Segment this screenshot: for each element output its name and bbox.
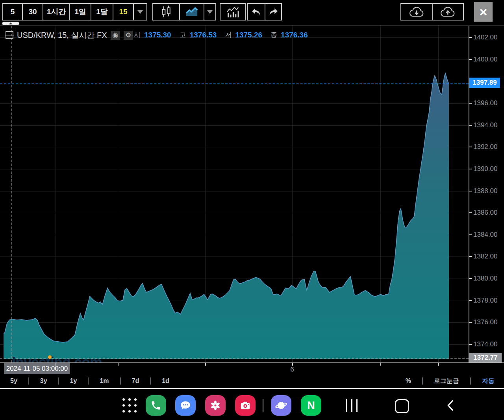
candlestick-chart-button[interactable] bbox=[153, 4, 179, 20]
divider bbox=[58, 377, 59, 385]
y-axis-tick bbox=[469, 59, 472, 60]
naver-n-icon: N bbox=[307, 400, 315, 412]
area-chart-button-active[interactable] bbox=[179, 4, 204, 20]
y-axis-label: 1390.00 bbox=[473, 165, 497, 173]
range-1m-button[interactable]: 1m bbox=[99, 377, 109, 385]
back-button[interactable] bbox=[446, 398, 456, 413]
home-button[interactable] bbox=[395, 399, 409, 413]
y-axis-tick bbox=[469, 256, 472, 257]
timeframe-1day-button[interactable]: 1일 bbox=[69, 4, 91, 20]
cloud-download-icon bbox=[409, 6, 425, 18]
pane-collapse-icon[interactable] bbox=[6, 31, 13, 39]
y-axis-label: 1402.00 bbox=[473, 33, 497, 41]
gallery-app-icon[interactable] bbox=[205, 395, 226, 416]
open-value: 1375.30 bbox=[144, 31, 171, 39]
x-axis-tick bbox=[56, 363, 56, 366]
range-presets: 5y 3y 1y 1m 7d 1d bbox=[9, 377, 170, 385]
y-axis-tick bbox=[469, 278, 472, 279]
indicators-button[interactable] bbox=[220, 4, 245, 20]
y-axis-label: 1394.00 bbox=[473, 121, 497, 129]
timeframe-1hour-button[interactable]: 1시간 bbox=[43, 4, 69, 20]
y-axis-tick bbox=[469, 147, 472, 147]
samsung-internet-app-icon[interactable] bbox=[271, 395, 291, 416]
investing-logo: Investing.com bbox=[12, 354, 102, 362]
eye-icon: ◉ bbox=[112, 31, 118, 39]
toolbar-scrollbar-thumb[interactable] bbox=[2, 22, 19, 25]
timeframe-group: 5 30 1시간 1일 1달 15 bbox=[2, 3, 147, 20]
range-1d-button[interactable]: 1d bbox=[161, 377, 170, 385]
open-label: 시 bbox=[134, 30, 141, 39]
divider bbox=[28, 377, 29, 385]
symbol-title[interactable]: USD/KRW, 15, 실시간 FX bbox=[17, 30, 107, 41]
y-axis-label: 1400.00 bbox=[473, 56, 497, 63]
y-axis-label: 1382.00 bbox=[473, 253, 497, 260]
chart-type-dropdown-button[interactable] bbox=[204, 4, 215, 20]
app-drawer-button[interactable] bbox=[122, 398, 137, 413]
gear-icon: ⚙ bbox=[125, 31, 131, 39]
divider bbox=[120, 377, 121, 385]
y-axis-label: 1380.00 bbox=[473, 275, 497, 282]
dock-divider bbox=[263, 399, 263, 412]
divider bbox=[470, 377, 471, 385]
y-axis-tick bbox=[469, 234, 472, 235]
camera-app-icon[interactable] bbox=[235, 395, 256, 416]
timeframe-30-button[interactable]: 30 bbox=[22, 4, 43, 20]
candlestick-icon bbox=[160, 5, 172, 19]
y-axis-tick bbox=[469, 300, 472, 301]
y-axis-tick bbox=[469, 169, 472, 169]
y-axis-tick bbox=[469, 191, 472, 191]
series-settings-button[interactable]: ⚙ bbox=[124, 31, 133, 40]
auto-scale-button-active[interactable]: 자동 bbox=[481, 377, 495, 385]
cloud-download-button[interactable] bbox=[401, 4, 432, 20]
chevron-down-icon bbox=[207, 10, 213, 14]
y-axis-label: 1396.00 bbox=[473, 99, 497, 107]
y-axis-label: 1374.00 bbox=[473, 340, 497, 348]
y-axis-label: 1376.00 bbox=[473, 318, 497, 326]
cloud-upload-icon bbox=[440, 6, 456, 18]
range-5y-button[interactable]: 5y bbox=[9, 377, 18, 385]
close-value: 1376.36 bbox=[281, 31, 308, 39]
x-axis-tick bbox=[205, 363, 206, 366]
system-bar-divider bbox=[0, 388, 504, 389]
price-axis[interactable]: 1402.001400.001396.001394.001392.001390.… bbox=[469, 26, 504, 362]
cloud-upload-button[interactable] bbox=[432, 4, 463, 20]
undo-button[interactable] bbox=[248, 4, 265, 20]
y-axis-label: 1388.00 bbox=[473, 187, 497, 195]
divider bbox=[422, 377, 423, 385]
chart-type-group bbox=[152, 3, 216, 20]
timeframe-1month-button[interactable]: 1달 bbox=[91, 4, 113, 20]
log-scale-button[interactable]: 로그눈금 bbox=[433, 377, 460, 385]
divider bbox=[88, 377, 89, 385]
timeframe-5-button[interactable]: 5 bbox=[3, 4, 22, 20]
camera-icon bbox=[239, 400, 251, 411]
time-axis[interactable]: 2024-11-05 03:00:00 6 bbox=[0, 363, 504, 374]
cloud-group bbox=[400, 3, 464, 20]
phone-app-icon[interactable] bbox=[146, 395, 166, 416]
messages-app-icon[interactable] bbox=[175, 395, 196, 416]
range-7d-button[interactable]: 7d bbox=[131, 377, 140, 385]
redo-button[interactable] bbox=[265, 4, 281, 20]
timeframe-15-button-active[interactable]: 15 bbox=[113, 4, 133, 20]
chat-bubble-icon bbox=[180, 400, 191, 411]
low-value: 1375.26 bbox=[235, 31, 262, 39]
logo-orange-dot-icon bbox=[48, 355, 52, 359]
x-axis-tick bbox=[438, 363, 439, 366]
x-axis-tick bbox=[380, 363, 381, 366]
recents-button[interactable] bbox=[346, 399, 358, 412]
y-axis-tick bbox=[469, 103, 472, 104]
flower-icon bbox=[209, 400, 221, 411]
naver-app-icon[interactable]: N bbox=[301, 395, 321, 416]
range-3y-button[interactable]: 3y bbox=[39, 377, 48, 385]
close-chart-button[interactable]: × bbox=[474, 2, 493, 22]
chart-plot-area[interactable]: Investing.com 기능 제공 Tradingview ‹ − ↻ + … bbox=[0, 26, 469, 362]
percent-scale-button[interactable]: % bbox=[405, 377, 412, 385]
range-1y-button[interactable]: 1y bbox=[69, 377, 78, 385]
undo-arrow-icon bbox=[251, 7, 261, 17]
scroll-up-icon bbox=[9, 22, 13, 24]
y-axis-label: 1384.00 bbox=[473, 231, 497, 239]
timeframe-dropdown-button[interactable] bbox=[133, 4, 146, 20]
crosshair-vertical-line bbox=[11, 26, 12, 362]
area-chart-icon bbox=[185, 7, 198, 17]
ohlc-readout: 시1375.30 고1376.53 저1375.26 종1376.36 bbox=[134, 30, 313, 39]
visibility-toggle-button[interactable]: ◉ bbox=[111, 31, 120, 40]
